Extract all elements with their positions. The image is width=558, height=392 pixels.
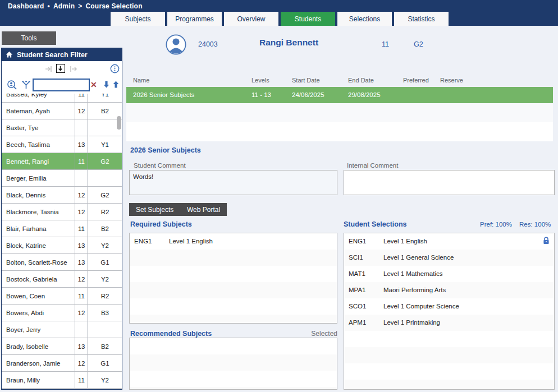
col-reserve: Reserve [440,77,463,84]
tab-selections[interactable]: Selections [337,12,392,26]
move-out-arrow-icon[interactable] [68,64,77,73]
student-row[interactable]: Braun, Milly11Y2 [2,372,122,389]
student-row-name: Block, Katrine [2,237,75,253]
subject-code: MAT1 [349,270,365,277]
student-level: 11 [382,40,389,48]
more-options-icon[interactable] [110,64,119,73]
student-search-icon[interactable] [7,80,16,89]
sort-up-icon[interactable] [112,80,121,89]
student-row-level: 13 [75,237,88,253]
reserve-percentage: Res: 100% [519,221,551,228]
student-row-group: B2 [88,338,122,354]
recommended-subjects-panel [129,338,337,390]
internal-comment-field[interactable] [344,170,555,195]
student-comment-label: Student Comment [134,162,186,169]
tab-overview[interactable]: Overview [224,12,278,26]
student-row[interactable]: Block, Katrine13Y2 [2,237,122,254]
breadcrumb-separator: > [78,2,82,10]
student-row[interactable]: Berger, Emilia [2,170,122,187]
student-row-name: Braun, Milly [2,372,75,388]
student-row-group: Y2 [88,237,122,253]
selection-row[interactable]: MAT1Level 1 Mathematics [344,266,554,282]
subject-name: Level 1 English [169,238,213,245]
home-icon [6,51,13,58]
breadcrumb[interactable]: Dashboard•Admin>Course Selection [8,2,146,10]
required-subject-row[interactable]: ENG1Level 1 English [130,233,337,250]
selection-row[interactable]: MPA1Maori Performing Arts [344,282,554,298]
student-row[interactable]: Bateman, Ayah12B2 [2,103,122,119]
preferred-percentage: Pref: 100% [480,221,512,228]
student-row-name: Bennett, Rangi [2,153,75,169]
course-detail-title: 2026 Senior Subjects [130,146,201,154]
student-row-level: 11 [75,372,88,388]
move-down-arrow-icon[interactable] [56,64,65,73]
internal-comment-label: Internal Comment [347,162,398,169]
course-name: 2026 Senior Subjects [133,91,194,98]
course-row-selected[interactable]: 2026 Senior Subjects 11 - 13 24/06/2025 … [126,87,553,103]
tools-button[interactable]: Tools [2,31,56,45]
selection-row[interactable]: SCO1Level 1 Computer Science [344,298,554,315]
student-row-name: Berger, Emilia [2,170,75,186]
student-selections-panel: ENG1Level 1 English SCI1Level 1 General … [344,233,555,390]
subject-name: Level 1 Computer Science [383,303,459,310]
student-list-scrollbar[interactable] [117,116,121,130]
student-row-level: 12 [75,355,88,371]
set-subjects-button[interactable]: Set Subjects [129,203,180,216]
student-row-level: 12 [75,187,88,203]
student-row[interactable]: Bennett, Rangi11G2 [2,153,122,170]
student-row-level: 13 [75,136,88,153]
student-row-name: Beech, Taslima [2,136,75,153]
subject-code: MPA1 [349,287,365,293]
subject-name: Level 1 English [383,238,427,245]
student-row[interactable]: Beech, Taslima13Y1 [2,136,122,153]
student-row-name: Bolton, Scarlett-Rose [2,254,75,270]
sort-down-icon[interactable] [102,80,111,89]
tab-students[interactable]: Students [281,12,335,26]
filter-funnel-icon[interactable] [21,80,30,89]
student-row-name: Branderson, Jamie [2,355,75,371]
web-portal-button[interactable]: Web Portal [180,203,227,216]
tab-subjects[interactable]: Subjects [111,12,165,26]
move-in-arrow-icon[interactable] [44,64,53,73]
clear-search-icon[interactable]: ✕ [90,80,97,89]
student-row[interactable]: Brady, Isobelle13B2 [2,338,122,355]
selection-row[interactable]: APM1Level 1 Printmaking [344,315,554,331]
student-row[interactable]: Blackmore, Tasnia12R2 [2,204,122,220]
student-search-input[interactable] [33,79,90,91]
student-list: Bassett, Kyley11Y1Bateman, Ayah12B2Baxte… [2,94,122,389]
student-row-name: Bassett, Kyley [2,94,75,102]
subject-name: Level 1 General Science [383,254,454,261]
student-row-level: 13 [75,254,88,270]
student-row-name: Baxter, Tye [2,119,75,136]
col-levels: Levels [251,77,269,84]
student-row[interactable]: Bolton, Scarlett-Rose13G1 [2,254,122,271]
student-row[interactable]: Bowers, Abdi12B3 [2,305,122,321]
student-row[interactable]: Baxter, Tye [2,119,122,136]
tab-statistics[interactable]: Statistics [394,12,449,26]
tab-bar: SubjectsProgrammesOverviewStudentsSelect… [111,12,449,26]
student-row[interactable]: Black, Dennis12G2 [2,187,122,204]
student-row[interactable]: Blair, Farhana11B2 [2,220,122,237]
student-row-name: Blair, Farhana [2,220,75,237]
student-row[interactable]: Bostock, Gabriela12Y2 [2,271,122,288]
student-row[interactable]: Bowen, Coen11R2 [2,288,122,305]
student-row[interactable]: Branderson, Jamie12G1 [2,355,122,372]
student-row-name: Bowen, Coen [2,288,75,304]
breadcrumb-dashboard[interactable]: Dashboard [8,2,44,10]
student-row-group [88,170,122,186]
student-row[interactable]: Boyer, Jerry [2,321,122,338]
student-group: G2 [414,40,423,48]
selection-row[interactable]: ENG1Level 1 English [344,233,554,250]
subject-code: ENG1 [134,238,152,245]
student-row-name: Brady, Isobelle [2,338,75,354]
student-row-group: B3 [88,305,122,321]
student-row-group [88,321,122,338]
course-table-header: Name Levels Start Date End Date Preferre… [126,75,553,87]
selection-row[interactable]: SCI1Level 1 General Science [344,250,554,266]
breadcrumb-admin[interactable]: Admin [53,2,75,10]
student-comment-field[interactable]: Words! [129,170,337,195]
tab-programmes[interactable]: Programmes [167,12,222,26]
col-preferred: Preferred [403,77,429,84]
student-row-name: Bowers, Abdi [2,305,75,321]
student-row[interactable]: Bassett, Kyley11Y1 [2,94,122,103]
